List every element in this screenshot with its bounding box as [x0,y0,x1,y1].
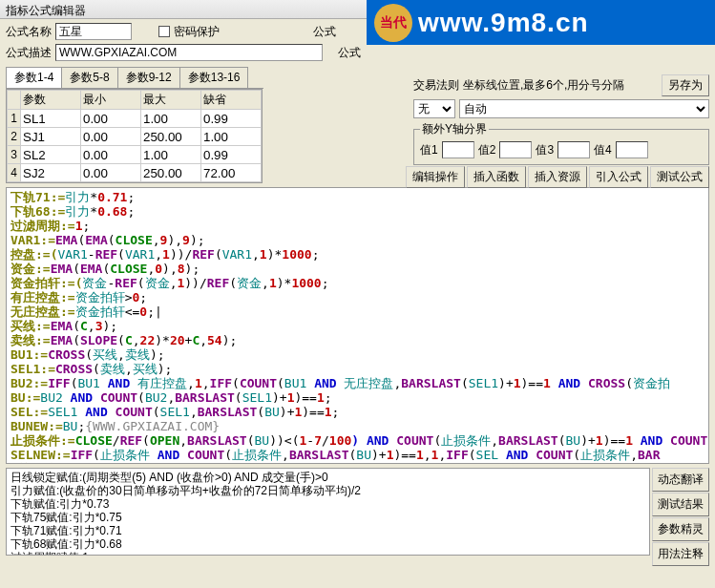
test-result-button[interactable]: 测试结果 [652,493,709,516]
table-row: 4 [8,164,262,182]
col-default: 缺省 [201,91,262,110]
param-def-input[interactable] [203,147,259,162]
output-line: 下轨71赋值:引力*0.71 [11,524,645,537]
param-max-input[interactable] [143,111,199,126]
tab-params-5-8[interactable]: 参数5-8 [61,67,117,88]
param-grid: 参数最小最大缺省 1 2 3 4 [6,89,263,183]
rule-select-1[interactable]: 无 [413,99,455,118]
tab-params-9-12[interactable]: 参数9-12 [117,67,180,88]
value4-input[interactable] [616,141,648,158]
insert-func-button[interactable]: 插入函数 [467,166,526,188]
edit-ops-button[interactable]: 编辑操作 [406,166,465,188]
param-def-input[interactable] [203,165,259,180]
usage-notes-button[interactable]: 用法注释 [652,542,709,566]
param-min-input[interactable] [83,147,138,162]
table-row: 3 [8,146,262,164]
param-min-input[interactable] [83,111,138,126]
dynamic-translate-button[interactable]: 动态翻译 [652,468,709,492]
formula-desc-label: 公式描述 [6,45,52,61]
value4-label: 值4 [594,142,612,158]
param-max-input[interactable] [143,147,199,162]
formula-name-input[interactable] [55,23,132,40]
value1-label: 值1 [420,142,438,158]
formula-desc-input[interactable] [55,44,323,61]
param-max-input[interactable] [143,165,199,180]
param-wizard-button[interactable]: 参数精灵 [652,517,709,541]
save-as-button[interactable]: 另存为 [662,74,709,96]
password-label: 密码保护 [174,24,220,40]
param-def-input[interactable] [203,129,259,144]
col-name: 参数 [21,91,81,110]
trade-rule-label: 交易法则 [413,77,459,94]
window-title: 指标公式编辑器 [6,4,86,17]
col-max: 最大 [141,91,201,110]
logo-badge: 当代 [374,4,412,42]
table-row: 1 [8,110,262,128]
param-name-input[interactable] [23,129,78,144]
param-def-input[interactable] [203,111,259,126]
password-checkbox[interactable] [158,26,170,37]
param-tabs: 参数1-4 参数5-8 参数9-12 参数13-16 [6,67,263,89]
value2-input[interactable] [499,141,532,158]
test-formula-button[interactable]: 测试公式 [650,166,709,188]
param-name-input[interactable] [23,111,78,126]
code-editor[interactable]: 下轨71:=引力*0.71; 下轨68:=引力*0.68; 过滤周期:=1; V… [6,187,709,464]
param-min-input[interactable] [83,129,138,144]
insert-res-button[interactable]: 插入资源 [528,166,587,188]
extra-label-1: 公式 [313,24,336,40]
param-name-input[interactable] [23,165,78,180]
value3-input[interactable] [557,141,590,158]
table-row: 2 [8,128,262,146]
coord-hint: 坐标线位置,最多6个,用分号分隔 [463,77,658,94]
col-min: 最小 [81,91,141,110]
output-line: 过滤周期赋值:1 [11,551,645,556]
output-panel[interactable]: 日线锁定赋值:(周期类型(5) AND (收盘价>0) AND 成交量(手)>0… [6,468,650,556]
output-line: 下轨68赋值:引力*0.68 [11,537,645,551]
extra-y-axis-fieldset: 额外Y轴分界 值1 值2 值3 值4 [413,121,709,165]
import-formula-button[interactable]: 引入公式 [589,166,648,188]
param-max-input[interactable] [143,129,199,144]
output-line: 下轨75赋值:引力*0.75 [11,511,645,524]
output-line: 日线锁定赋值:(周期类型(5) AND (收盘价>0) AND 成交量(手)>0 [11,471,645,484]
param-min-input[interactable] [83,165,138,180]
formula-name-label: 公式名称 [6,24,52,40]
extra-label-2: 公式 [338,45,361,61]
fieldset-legend: 额外Y轴分界 [420,121,489,137]
rule-select-2[interactable]: 自动 [459,99,709,118]
output-line: 引力赋值:(收盘价的30日简单移动平均+收盘价的72日简单移动平均)/2 [11,484,645,497]
value2-label: 值2 [478,142,496,158]
param-name-input[interactable] [23,147,78,162]
value3-label: 值3 [536,142,554,158]
tab-params-13-16[interactable]: 参数13-16 [179,67,249,88]
value1-input[interactable] [442,141,474,158]
output-line: 下轨赋值:引力*0.73 [11,497,645,511]
watermark-banner: 当代 www.9m8.cn [367,0,715,45]
logo-text: www.9m8.cn [418,8,589,38]
tab-params-1-4[interactable]: 参数1-4 [6,67,62,88]
